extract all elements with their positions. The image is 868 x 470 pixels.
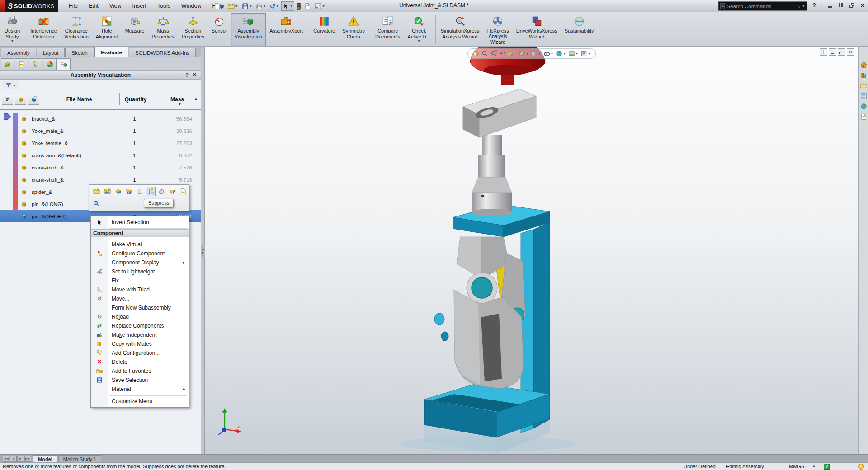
menu-item-fix[interactable]: Fix — [91, 276, 189, 285]
viewport-split-icon[interactable] — [820, 48, 827, 56]
menu-item-customize-menu[interactable]: Customize Menu — [91, 397, 189, 406]
tab-model[interactable]: Model — [33, 455, 57, 462]
sustainability-button[interactable]: Sustainability — [561, 13, 598, 46]
menu-item-set-to-lightweight[interactable]: Set to Lightweight — [91, 267, 189, 276]
table-row[interactable]: Yoke_female_& 1 27.253 — [0, 137, 201, 149]
viewport-restore-icon[interactable] — [838, 48, 845, 56]
search-commands-box[interactable]: > ▼ — [718, 1, 807, 11]
menu-item-copy-with-mates[interactable]: Copy with Mates — [91, 339, 189, 348]
menu-file[interactable]: File — [63, 0, 83, 12]
more-columns-button[interactable]: ► — [193, 95, 200, 103]
display-style-icon[interactable]: ▼ — [531, 50, 541, 57]
view-mates-button[interactable] — [124, 187, 134, 196]
column-mass[interactable]: Mass — [158, 96, 196, 103]
previous-view-icon[interactable]: ↶ — [500, 50, 505, 57]
assembly-visualization-button[interactable]: AssemblyVisualization — [231, 13, 266, 46]
help-icon[interactable]: ? — [812, 2, 816, 9]
first-tab-button[interactable]: ◀◀ — [3, 456, 9, 462]
simulationxpress-button[interactable]: SimulationXpressAnalysis Wizard — [437, 13, 483, 46]
custom-properties-icon[interactable] — [859, 112, 868, 121]
compare-documents-button[interactable]: CompareDocuments — [372, 13, 404, 46]
file-properties-button[interactable] — [303, 1, 312, 11]
hide-show-items-icon[interactable]: ▼ — [543, 50, 553, 57]
menu-item-delete[interactable]: ✕ Delete — [91, 357, 189, 367]
menu-item-make-virtual[interactable]: Make Virtual — [91, 240, 189, 249]
panel-help-icon[interactable]: ? — [185, 72, 189, 78]
assembly-level-button[interactable] — [28, 94, 39, 105]
filter-button[interactable]: ▼ — [3, 81, 19, 89]
menu-insert[interactable]: Insert — [127, 0, 152, 12]
tab-layout[interactable]: Layout — [37, 48, 65, 57]
open-with-dependents-button[interactable] — [103, 187, 112, 196]
panel-close-icon[interactable]: ✕ — [193, 72, 197, 78]
tab-assembly-visualization[interactable] — [57, 58, 71, 70]
table-row[interactable]: bracket_& 1 56.364 — [0, 113, 201, 125]
menu-item-make-independent[interactable]: Make Independent — [91, 330, 189, 339]
appearances-button[interactable] — [157, 187, 166, 196]
design-study-button[interactable]: Design Study ▼ — [1, 13, 24, 46]
help-dropdown-icon[interactable]: ▼ — [820, 4, 823, 7]
show-with-dependents-button[interactable] — [135, 187, 145, 196]
menu-window[interactable]: Window — [176, 0, 207, 12]
tab-propertymanager[interactable] — [15, 58, 28, 70]
section-properties-button[interactable]: SectionProperties — [178, 13, 208, 46]
toggle-ui-button[interactable] — [837, 2, 844, 9]
status-units[interactable]: MMGS — [789, 464, 804, 469]
tab-displaymanager[interactable] — [43, 58, 57, 70]
viewport-close-icon[interactable]: ✕ — [847, 48, 854, 56]
panel-splitter[interactable]: ◄► — [201, 47, 205, 454]
menu-item-move[interactable]: ↺ Move... — [91, 294, 189, 303]
menu-item-invert-selection[interactable]: Invert Selection — [91, 218, 189, 227]
menu-item-form-new-subassembly[interactable]: Form New Subassembly — [91, 303, 189, 312]
design-library-icon[interactable] — [859, 70, 868, 80]
menu-view[interactable]: View — [104, 0, 127, 12]
solidworks-resources-icon[interactable] — [859, 60, 868, 69]
new-document-button[interactable]: ▼ — [212, 1, 226, 11]
driveworksxpress-button[interactable]: DriveWorksXpressWizard — [513, 13, 561, 46]
file-explorer-icon[interactable] — [859, 81, 868, 90]
view-orientation-sphere-icon[interactable] — [472, 50, 479, 57]
next-tab-button[interactable]: ▶ — [17, 456, 24, 462]
menu-item-save-selection[interactable]: Save Selection — [91, 376, 189, 385]
interference-detection-button[interactable]: InterferenceDetection — [27, 13, 61, 46]
floxpress-button[interactable]: FloXpressAnalysisWizard — [483, 13, 513, 46]
symmetry-check-button[interactable]: SymmetryCheck — [339, 13, 368, 46]
table-row[interactable]: crank-knob_& 1 7.528 — [0, 161, 201, 174]
flat-view-button[interactable] — [2, 94, 13, 105]
appearances-scenes-icon[interactable] — [859, 102, 868, 111]
splitter-handle[interactable]: ◄► — [201, 245, 205, 257]
edit-part-button[interactable] — [168, 187, 177, 196]
section-view-icon[interactable] — [507, 50, 514, 57]
options-button[interactable]: ▼ — [313, 1, 326, 11]
tab-sketch[interactable]: Sketch — [65, 48, 94, 57]
viewport-minimize-icon[interactable] — [829, 48, 836, 56]
mass-properties-button[interactable]: MassProperties — [148, 13, 178, 46]
prev-tab-button[interactable]: ◀ — [10, 456, 17, 462]
open-part-button[interactable] — [92, 187, 101, 196]
assemblyxpert-button[interactable]: AssemblyXpert — [266, 13, 307, 46]
hole-alignment-button[interactable]: HoleAlignment — [92, 13, 122, 46]
edit-appearance-icon[interactable]: ▼ — [556, 50, 566, 57]
tab-configurationmanager[interactable] — [29, 58, 42, 70]
clearance-verification-button[interactable]: ClearanceVerification — [61, 13, 92, 46]
check-active-document-button[interactable]: CheckActive D... ▼ — [404, 13, 434, 46]
tag-icon[interactable] — [858, 464, 864, 470]
table-row[interactable]: crank-arm_&(Default) 1 8.352 — [0, 149, 201, 161]
restore-button[interactable] — [848, 2, 855, 9]
graphics-viewport[interactable]: ↶ ▼ ▼ ▼ ▼ ▼ ▼ ✕ x — [205, 47, 858, 454]
menu-item-move-with-triad[interactable]: Move with Triad — [91, 285, 189, 294]
suppress-button[interactable] — [146, 187, 156, 196]
close-button[interactable]: ✕ — [859, 2, 866, 9]
part-level-button[interactable] — [15, 94, 26, 105]
curvature-button[interactable]: Curvature — [310, 13, 339, 46]
tab-featuremanager[interactable] — [1, 58, 14, 70]
view-palette-icon[interactable] — [859, 91, 868, 100]
tab-solidworks-addins[interactable]: SOLIDWORKS Add-Ins — [129, 48, 196, 57]
table-row[interactable]: crank-shaft_& 1 5.713 — [0, 174, 201, 186]
zoom-fit-icon[interactable] — [481, 50, 488, 57]
quick-tips-help-icon[interactable]: ? — [824, 464, 830, 470]
minimize-button[interactable] — [826, 2, 834, 9]
menu-item-reload[interactable]: ↻ Reload — [91, 312, 189, 321]
view-orientation-icon[interactable]: ▼ — [519, 50, 528, 57]
rebuild-button[interactable] — [295, 1, 302, 11]
